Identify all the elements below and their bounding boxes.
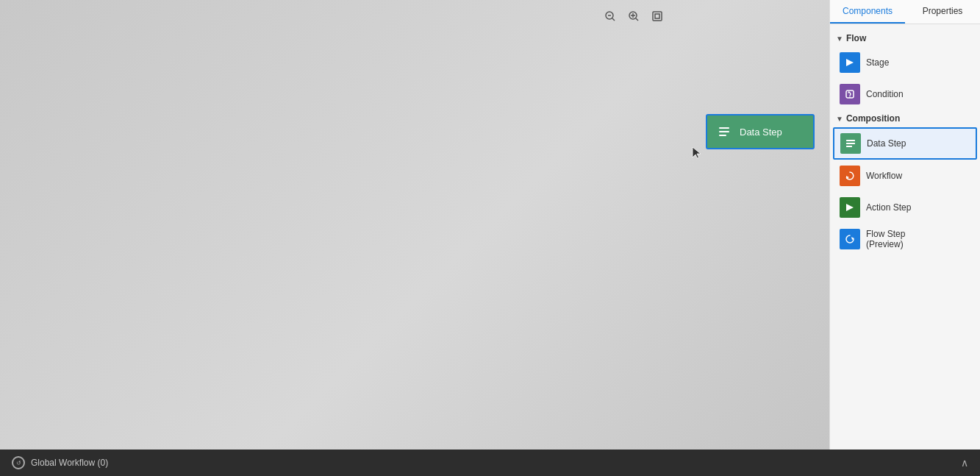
action-step-label: Action Step: [866, 202, 911, 213]
component-item-flow-step[interactable]: Flow Step(Preview): [833, 224, 977, 255]
right-panel: Components Properties ▼ Flow Stage: [829, 0, 980, 450]
svg-rect-11: [719, 135, 726, 136]
bottom-bar-chevron[interactable]: ∧: [961, 457, 968, 469]
data-step-icon: [840, 133, 861, 154]
condition-icon: [840, 84, 860, 104]
cursor-indicator: [691, 146, 703, 160]
svg-rect-7: [653, 12, 662, 21]
stage-icon: [840, 52, 860, 73]
workflow-label: Workflow: [866, 171, 902, 181]
fit-button[interactable]: [647, 6, 668, 26]
action-step-icon: [840, 197, 860, 218]
tab-properties[interactable]: Properties: [905, 0, 980, 24]
zoom-out-button[interactable]: [600, 6, 620, 26]
canvas-node-icon: [715, 122, 734, 141]
canvas-node-label: Data Step: [740, 127, 782, 138]
tab-components[interactable]: Components: [830, 0, 905, 24]
component-item-workflow[interactable]: Workflow: [833, 160, 977, 191]
component-item-stage[interactable]: Stage: [833, 47, 977, 78]
component-item-data-step[interactable]: Data Step: [833, 127, 977, 160]
composition-section-title: Composition: [846, 113, 900, 124]
panel-content: ▼ Flow Stage: [830, 24, 980, 450]
canvas-data-step-node[interactable]: Data Step: [706, 114, 815, 149]
flow-step-icon: [840, 229, 860, 249]
svg-rect-9: [719, 127, 729, 129]
svg-marker-12: [846, 59, 854, 66]
flow-section-title: Flow: [846, 33, 866, 43]
svg-point-14: [849, 96, 851, 98]
svg-rect-8: [655, 14, 659, 18]
workflow-icon: [840, 166, 860, 186]
flow-step-label: Flow Step(Preview): [866, 229, 905, 249]
canvas-toolbar: [600, 6, 668, 26]
panel-tabs: Components Properties: [830, 0, 980, 24]
svg-line-2: [612, 18, 615, 21]
canvas-area: Data Step: [0, 0, 829, 450]
flow-triangle: ▼: [836, 35, 843, 43]
composition-section-header: ▼ Composition: [830, 110, 980, 127]
workflow-status-icon: ↺: [12, 456, 25, 469]
svg-line-6: [636, 18, 638, 21]
svg-rect-16: [846, 143, 855, 144]
svg-rect-17: [846, 146, 852, 147]
composition-triangle: ▼: [836, 115, 843, 123]
zoom-in-button[interactable]: [623, 6, 644, 26]
component-item-condition[interactable]: Condition: [833, 79, 977, 110]
svg-rect-15: [846, 140, 855, 141]
bottom-bar: ↺ Global Workflow (0) ∧: [0, 450, 980, 476]
data-step-label: Data Step: [867, 138, 906, 149]
condition-label: Condition: [866, 89, 904, 99]
svg-rect-10: [719, 131, 729, 132]
svg-marker-19: [846, 204, 854, 211]
component-item-action-step[interactable]: Action Step: [833, 192, 977, 223]
flow-section-header: ▼ Flow: [830, 30, 980, 46]
global-workflow-label: Global Workflow (0): [31, 458, 108, 468]
stage-label: Stage: [866, 57, 889, 68]
